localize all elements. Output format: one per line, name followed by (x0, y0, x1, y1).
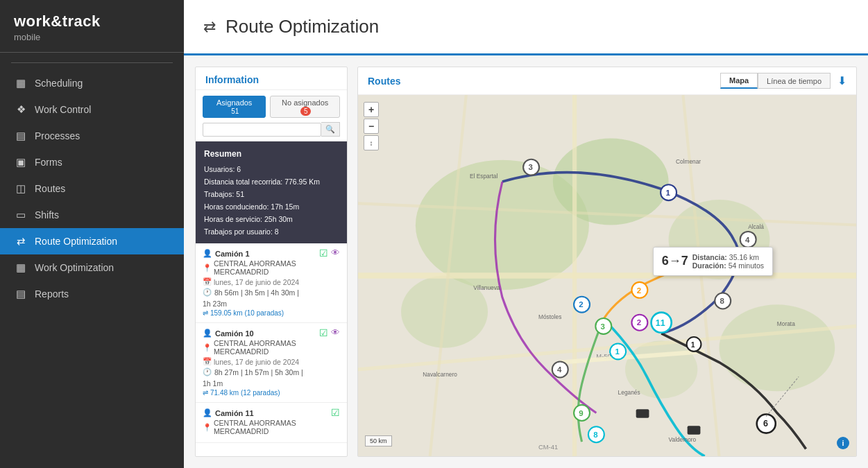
vehicle-actions: ☑ 👁 (319, 327, 340, 338)
assignment-tabs: Asignados 51 No asignados 5 (196, 90, 347, 118)
eye-icon[interactable]: 👁 (331, 248, 340, 259)
list-item: 👤 Camión 11 📍 CENTRAL AHORRAMAS MERCAMAD… (196, 403, 347, 443)
svg-text:Móstoles: Móstoles (538, 313, 561, 320)
map-svg: M-501 (358, 95, 856, 456)
svg-text:Valdemoro: Valdemoro (669, 436, 697, 443)
content-area: Information Asignados 51 No asignados 5 … (184, 55, 868, 468)
svg-text:Colmenar: Colmenar (676, 158, 701, 165)
check-icon[interactable]: ☑ (331, 407, 340, 418)
sidebar-item-work-control[interactable]: ❖ Work Control (0, 96, 184, 123)
sidebar-item-forms[interactable]: ▣ Forms (0, 149, 184, 175)
routes-icon: ◫ (14, 182, 28, 195)
svg-text:Leganés: Leganés (618, 389, 640, 396)
svg-text:8: 8 (593, 431, 598, 439)
svg-text:9: 9 (579, 409, 583, 417)
svg-rect-47 (636, 409, 649, 418)
sidebar-item-label: Processes (35, 130, 80, 141)
download-button[interactable]: ⬇ (837, 74, 846, 87)
sidebar-item-label: Route Optimization (35, 236, 117, 247)
svg-text:6: 6 (763, 419, 768, 428)
location-pin-icon: 📍 (203, 263, 212, 272)
svg-text:3: 3 (528, 163, 532, 171)
routes-title: Routes (368, 76, 400, 87)
resumen-distancia: Distancia total recorrida: 776.95 Km (204, 176, 339, 189)
reports-icon: ▤ (14, 288, 28, 300)
sidebar-item-work-optimization[interactable]: ▦ Work Optimization (0, 254, 184, 281)
unassigned-tab[interactable]: No asignados 5 (270, 96, 340, 118)
vehicle-actions: ☑ 👁 (319, 248, 340, 259)
svg-text:2: 2 (637, 318, 641, 327)
check-icon[interactable]: ☑ (319, 248, 328, 259)
sidebar-item-label: Work Control (35, 104, 91, 115)
location-pin-icon: 📍 (203, 423, 212, 432)
vehicle-location: 📍 CENTRAL AHORRAMAS MERCAMADRID (203, 339, 319, 356)
assigned-tab[interactable]: Asignados 51 (203, 96, 266, 118)
search-button[interactable]: 🔍 (321, 122, 340, 137)
svg-text:1: 1 (691, 341, 695, 349)
calendar-icon: 📅 (203, 277, 212, 286)
vehicle-name: 👤 Camión 10 (203, 329, 319, 338)
vehicle-name: 👤 Camión 11 (203, 408, 331, 417)
map-container[interactable]: M-501 (358, 95, 856, 456)
route-opt-header-icon: ⇄ (203, 18, 216, 36)
tab-mapa[interactable]: Mapa (720, 73, 758, 89)
svg-text:2: 2 (579, 300, 583, 309)
sidebar-item-routes[interactable]: ◫ Routes (0, 175, 184, 202)
sidebar-item-shifts[interactable]: ▭ Shifts (0, 202, 184, 228)
vehicle-person-icon: 👤 (203, 329, 212, 338)
shifts-icon: ▭ (14, 209, 28, 221)
resumen-title: Resumen (204, 147, 339, 161)
svg-text:Villanueva: Villanueva (473, 284, 500, 291)
resumen-trabajos: Trabajos: 51 (204, 189, 339, 201)
main-content: ⇄ Route Optimization Information Asignad… (184, 0, 868, 468)
vehicle-date: 📅 lunes, 17 de junio de 2024 (203, 277, 319, 286)
tab-linea-tiempo[interactable]: Línea de tiempo (758, 73, 831, 89)
map-scale: 50 km (365, 435, 392, 447)
sidebar-item-route-optimization[interactable]: ⇄ Route Optimization (0, 228, 184, 254)
sidebar-item-label: Scheduling (35, 78, 83, 89)
svg-text:4: 4 (557, 365, 562, 374)
eye-icon[interactable]: 👁 (331, 327, 340, 338)
calendar-icon: 📅 (203, 357, 212, 366)
svg-text:Morata: Morata (777, 320, 795, 327)
sidebar-item-label: Work Optimization (35, 262, 114, 273)
sidebar-item-label: Reports (35, 288, 69, 300)
resumen-horas-conduciendo: Horas conduciendo: 17h 15m (204, 201, 339, 214)
zoom-in-button[interactable]: + (364, 102, 379, 117)
sidebar: work&track mobile ▦ Scheduling ❖ Work Co… (0, 0, 184, 468)
page-title: Route Optimization (225, 16, 379, 37)
svg-text:1: 1 (665, 189, 670, 197)
check-icon[interactable]: ☑ (319, 327, 328, 338)
route-icon: ⇌ (203, 389, 208, 397)
vehicle-date: 📅 lunes, 17 de junio de 2024 (203, 357, 319, 366)
logo-sub: mobile (14, 32, 170, 42)
location-pin-icon: 📍 (203, 343, 212, 352)
sidebar-item-scheduling[interactable]: ▦ Scheduling (0, 70, 184, 96)
tooltip-duration: Duración: 54 minutos (692, 261, 764, 270)
svg-text:2: 2 (637, 286, 641, 295)
logo-text: work&track (14, 12, 101, 30)
svg-rect-48 (688, 426, 701, 435)
svg-text:CM-41: CM-41 (538, 444, 558, 451)
map-info-button[interactable]: i (837, 437, 849, 449)
svg-text:1: 1 (615, 347, 620, 356)
sidebar-item-processes[interactable]: ▤ Processes (0, 123, 184, 149)
zoom-out-button[interactable]: − (364, 119, 379, 134)
information-title: Information (196, 67, 347, 90)
work-control-icon: ❖ (14, 103, 28, 116)
svg-text:8: 8 (720, 297, 725, 305)
map-panel-header: Routes Mapa Línea de tiempo ⬇ (358, 67, 856, 95)
sidebar-item-reports[interactable]: ▤ Reports (0, 281, 184, 307)
search-input[interactable] (203, 123, 321, 137)
zoom-reset-button[interactable]: ↕ (364, 135, 379, 150)
svg-text:3: 3 (601, 322, 605, 331)
tooltip-distance: Distancia: 35.16 km (692, 253, 764, 261)
information-panel: Information Asignados 51 No asignados 5 … (195, 67, 348, 457)
unassigned-count: 5 (300, 107, 312, 116)
vehicle-distance: ⇌ 159.05 km (10 paradas) (203, 309, 319, 317)
route-icon: ⇌ (203, 309, 208, 317)
vehicle-person-icon: 👤 (203, 408, 212, 417)
svg-text:4: 4 (745, 236, 750, 244)
vehicle-person-icon: 👤 (203, 249, 212, 258)
processes-icon: ▤ (14, 130, 28, 142)
